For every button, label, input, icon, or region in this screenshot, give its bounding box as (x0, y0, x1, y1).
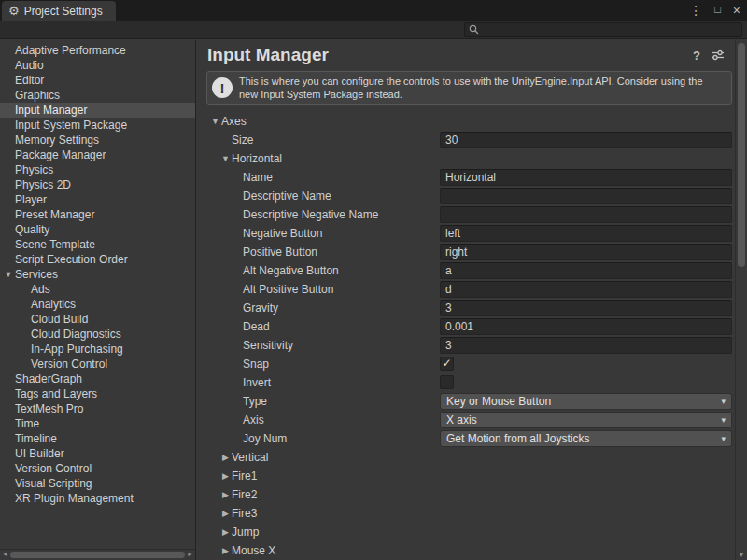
presets-icon[interactable] (711, 49, 725, 61)
sidebar-item-analytics[interactable]: Analytics (0, 297, 195, 312)
project-settings-tab[interactable]: ⚙ Project Settings (2, 1, 116, 21)
page-title: Input Manager (207, 45, 693, 65)
vertical-scrollbar[interactable]: ▼ (735, 40, 747, 560)
sidebar-item-cloud-diagnostics[interactable]: Cloud Diagnostics (0, 327, 195, 342)
negative-button-input[interactable] (440, 225, 732, 242)
sidebar-item-preset-manager[interactable]: Preset Manager (0, 207, 195, 222)
foldout-collapsed-icon: ▶ (219, 527, 232, 537)
sidebar-item-services[interactable]: ▼ Services (0, 267, 195, 282)
type-dropdown[interactable]: Key or Mouse Button ▾ (440, 393, 732, 410)
sidebar-item-audio[interactable]: Audio (0, 58, 195, 73)
sidebar-item-visual-scripting[interactable]: Visual Scripting (0, 476, 195, 491)
field-label: Negative Button (243, 227, 322, 240)
horizontal-foldout[interactable]: ▼ Horizontal (196, 149, 735, 168)
field-label: Dead (243, 320, 270, 333)
field-label: Snap (243, 357, 269, 371)
window-close-icon[interactable]: × (733, 4, 740, 17)
alt-negative-button-input[interactable] (440, 262, 732, 279)
horizontal-scrollbar[interactable]: ◄ ► (0, 549, 195, 560)
sidebar-item-version-control-service[interactable]: Version Control (0, 357, 195, 371)
sidebar-item-textmesh-pro[interactable]: TextMesh Pro (0, 401, 195, 416)
header-icons: ? (693, 49, 729, 63)
joy-num-dropdown[interactable]: Get Motion from all Joysticks ▾ (440, 430, 732, 447)
vertical-scrollbar-thumb[interactable] (738, 43, 745, 267)
sidebar-item-ads[interactable]: Ads (0, 282, 195, 297)
sidebar-item-tags-and-layers[interactable]: Tags and Layers (0, 386, 195, 401)
horizontal-scrollbar-thumb[interactable] (10, 552, 185, 558)
sidebar-item-physics[interactable]: Physics (0, 162, 195, 177)
sidebar-item-in-app-purchasing[interactable]: In-App Purchasing (0, 342, 195, 357)
sidebar-item-editor[interactable]: Editor (0, 73, 195, 88)
scroll-down-icon[interactable]: ▼ (736, 552, 747, 558)
vertical-foldout[interactable]: ▶ Vertical (196, 448, 735, 467)
foldout-label: Fire3 (232, 507, 257, 520)
settings-sidebar: Adaptive Performance Audio Editor Graphi… (0, 40, 196, 560)
scroll-right-icon[interactable]: ► (187, 551, 193, 557)
main-panel: Input Manager ? ! This is where you can … (196, 40, 747, 560)
dropdown-value: X axis (446, 413, 721, 427)
sidebar-item-adaptive-performance[interactable]: Adaptive Performance (0, 43, 195, 58)
foldout-label: Axes (221, 115, 247, 128)
field-label: Type (243, 395, 267, 408)
tab-title: Project Settings (24, 5, 103, 18)
field-label: Axis (243, 413, 264, 427)
dead-input[interactable] (440, 318, 732, 335)
gravity-input[interactable] (440, 300, 732, 316)
descriptive-name-input[interactable] (440, 188, 732, 204)
sidebar-item-physics-2d[interactable]: Physics 2D (0, 177, 195, 192)
sidebar-item-cloud-build[interactable]: Cloud Build (0, 312, 195, 327)
search-box[interactable] (464, 22, 742, 37)
sidebar-item-input-system-package[interactable]: Input System Package (0, 118, 195, 133)
positive-button-input[interactable] (440, 244, 732, 260)
snap-checkbox[interactable]: ✓ (440, 357, 454, 371)
sidebar-item-shadergraph[interactable]: ShaderGraph (0, 371, 195, 386)
sidebar-item-package-manager[interactable]: Package Manager (0, 147, 195, 162)
sidebar-item-xr-plugin-management[interactable]: XR Plugin Management (0, 491, 195, 506)
foldout-collapsed-icon: ▶ (219, 490, 232, 499)
field-row-type: Type Key or Mouse Button ▾ (196, 392, 735, 411)
window-menu-icon[interactable]: ⋮ (689, 4, 702, 17)
sidebar-item-memory-settings[interactable]: Memory Settings (0, 133, 195, 147)
fire3-foldout[interactable]: ▶ Fire3 (196, 504, 735, 523)
sidebar-item-quality[interactable]: Quality (0, 222, 195, 237)
field-label: Positive Button (243, 245, 317, 259)
fire1-foldout[interactable]: ▶ Fire1 (196, 467, 735, 485)
sidebar-item-time[interactable]: Time (0, 416, 195, 431)
chevron-down-icon: ▾ (721, 415, 726, 425)
field-row-size: Size (196, 131, 735, 149)
sidebar-item-version-control[interactable]: Version Control (0, 461, 195, 476)
invert-checkbox[interactable] (440, 375, 454, 389)
search-input[interactable] (483, 24, 738, 35)
foldout-expanded-icon[interactable]: ▼ (3, 267, 14, 282)
sidebar-item-label: Services (15, 268, 58, 281)
search-icon (469, 24, 479, 35)
sidebar-item-scene-template[interactable]: Scene Template (0, 237, 195, 252)
jump-foldout[interactable]: ▶ Jump (196, 523, 735, 541)
foldout-label: Mouse X (232, 544, 275, 557)
foldout-label: Horizontal (232, 152, 282, 165)
foldout-label: Fire1 (232, 469, 257, 483)
alt-positive-button-input[interactable] (440, 281, 732, 298)
sidebar-item-ui-builder[interactable]: UI Builder (0, 446, 195, 461)
size-input[interactable] (440, 132, 732, 148)
descriptive-negative-name-input[interactable] (440, 206, 732, 223)
sidebar-item-player[interactable]: Player (0, 192, 195, 207)
window-maximize-icon[interactable]: □ (714, 5, 721, 15)
help-icon[interactable]: ? (693, 49, 700, 63)
gear-icon: ⚙ (8, 5, 20, 17)
fire2-foldout[interactable]: ▶ Fire2 (196, 485, 735, 504)
field-row-alt-positive-button: Alt Positive Button (196, 280, 735, 299)
sensitivity-input[interactable] (440, 337, 732, 354)
field-row-descriptive-name: Descriptive Name (196, 187, 735, 205)
mouse-x-foldout[interactable]: ▶ Mouse X (196, 541, 735, 560)
field-label: Gravity (243, 301, 278, 315)
scroll-left-icon[interactable]: ◄ (2, 551, 8, 557)
sidebar-item-timeline[interactable]: Timeline (0, 431, 195, 446)
sidebar-item-script-execution-order[interactable]: Script Execution Order (0, 252, 195, 267)
main-panel-content: Input Manager ? ! This is where you can … (196, 40, 735, 560)
name-input[interactable] (440, 169, 732, 186)
sidebar-item-graphics[interactable]: Graphics (0, 88, 195, 103)
axes-foldout[interactable]: ▼ Axes (196, 112, 735, 131)
axis-dropdown[interactable]: X axis ▾ (440, 412, 732, 428)
sidebar-item-input-manager[interactable]: Input Manager (0, 103, 195, 118)
